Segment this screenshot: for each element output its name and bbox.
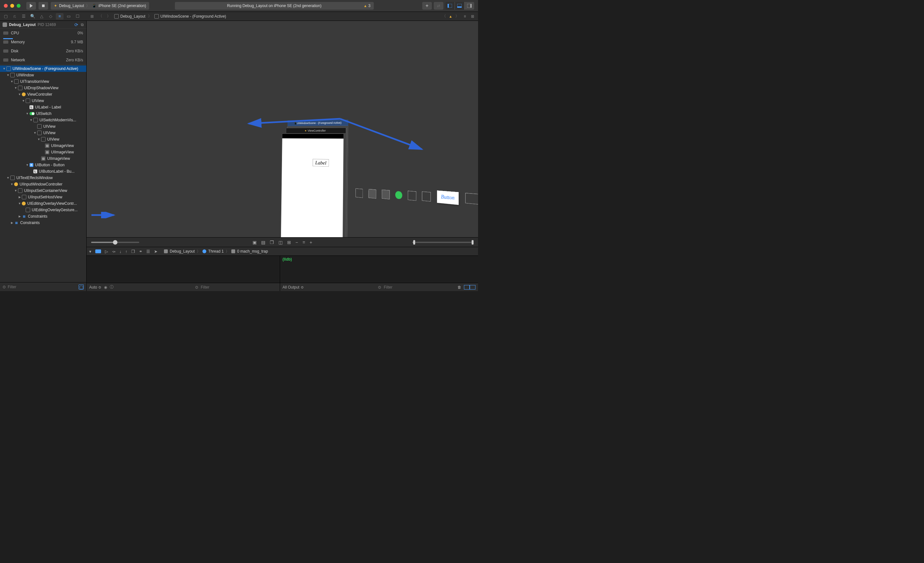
- tree-row[interactable]: ▼UIView: [0, 136, 86, 143]
- zoom-out-icon[interactable]: −: [296, 240, 298, 245]
- orient-2d-icon[interactable]: ◫: [279, 240, 283, 245]
- tree-row[interactable]: LUILabel - Label: [0, 104, 86, 110]
- tree-row[interactable]: ▶UIInputSetHostView: [0, 194, 86, 200]
- disk-gauge[interactable]: Disk Zero KB/s: [0, 47, 86, 56]
- step-out-icon[interactable]: ↑: [126, 249, 128, 254]
- debug-memory-graph-icon[interactable]: ⚭: [139, 249, 142, 254]
- floater-5[interactable]: [408, 191, 417, 201]
- tree-row[interactable]: ▼UISwitch: [0, 110, 86, 117]
- run-button[interactable]: [26, 2, 36, 10]
- constraints-mode-icon[interactable]: ▤: [261, 240, 266, 245]
- view-hierarchy-tree[interactable]: ▼UIWindowScene - (Foreground Active)▼UIW…: [0, 65, 86, 282]
- prev-issue-icon[interactable]: 〈: [441, 14, 447, 19]
- continue-icon[interactable]: ▷: [105, 249, 108, 254]
- console-mode-selector[interactable]: All Output ≎: [283, 285, 304, 290]
- tree-row[interactable]: ▼UITextEffectsWindow: [0, 175, 86, 181]
- step-over-icon[interactable]: ⤼: [112, 249, 116, 254]
- tree-row[interactable]: ▼UIWindowScene - (Foreground Active): [0, 66, 86, 72]
- tree-row[interactable]: ▼UIWindow: [0, 72, 86, 78]
- breakpoints-toggle-icon[interactable]: [95, 249, 101, 253]
- back-button-icon[interactable]: 〈: [98, 14, 103, 19]
- find-navigator-icon[interactable]: 🔍: [29, 13, 37, 20]
- orient-3d-icon[interactable]: ⊞: [287, 240, 291, 245]
- variables-filter-input[interactable]: [201, 285, 277, 290]
- tree-row[interactable]: ▼BUIButton - Button: [0, 162, 86, 168]
- floater-8[interactable]: [465, 193, 478, 205]
- debug-view-hierarchy-icon[interactable]: ❐: [131, 249, 135, 254]
- tree-row[interactable]: ▼UIView: [0, 130, 86, 136]
- environment-overrides-icon[interactable]: ☰: [146, 249, 150, 254]
- clip-mode-icon[interactable]: ▣: [252, 240, 256, 245]
- tree-row[interactable]: ▼UIDropShadowView: [0, 85, 86, 91]
- debug-navigator-icon[interactable]: ≡: [56, 13, 63, 20]
- memory-gauge[interactable]: Memory 9.7 MB: [0, 38, 86, 47]
- layers-icon[interactable]: ❐: [270, 240, 274, 245]
- process-header[interactable]: Debug_Layout PID 12469 ⟳ ⧉: [0, 21, 86, 29]
- issue-navigator-icon[interactable]: △: [38, 13, 45, 20]
- show-variables-toggle[interactable]: [464, 285, 470, 290]
- tree-row[interactable]: ▼UISwitchModernVis...: [0, 117, 86, 123]
- refresh-icon[interactable]: ⟳: [74, 22, 78, 27]
- forward-button-icon[interactable]: 〉: [106, 14, 112, 19]
- close-window-button[interactable]: [4, 4, 8, 8]
- zoom-in-icon[interactable]: +: [310, 240, 312, 245]
- tree-row[interactable]: ▧UIImageView: [0, 143, 86, 149]
- network-gauge[interactable]: Network Zero KB/s: [0, 56, 86, 65]
- source-control-navigator-icon[interactable]: ⎌: [11, 13, 19, 20]
- tree-row[interactable]: UIView: [0, 123, 86, 130]
- console-filter-input[interactable]: [384, 285, 453, 290]
- activity-status[interactable]: Running Debug_Layout on iPhone SE (2nd g…: [175, 2, 374, 10]
- report-navigator-icon[interactable]: ☐: [74, 13, 81, 20]
- spacing-slider[interactable]: [412, 242, 474, 243]
- toggle-right-panel[interactable]: [465, 2, 474, 10]
- symbol-navigator-icon[interactable]: ☰: [20, 13, 28, 20]
- info-icon[interactable]: ⓘ: [110, 284, 114, 290]
- tree-row[interactable]: ▶▦Constraints: [0, 219, 86, 226]
- step-into-icon[interactable]: ↓: [119, 249, 122, 254]
- cpu-gauge[interactable]: CPU 0%: [0, 29, 86, 38]
- breakpoint-navigator-icon[interactable]: ▭: [65, 13, 72, 20]
- device-layer[interactable]: [281, 134, 344, 247]
- floater-1[interactable]: [356, 188, 363, 198]
- breadcrumb-scene[interactable]: UIWindowScene - (Foreground Active): [154, 14, 226, 19]
- add-editor-icon[interactable]: ⊞: [470, 14, 476, 19]
- navigator-filter-input[interactable]: [8, 285, 76, 289]
- tree-row[interactable]: LUIButtonLabel - Bu...: [0, 168, 86, 175]
- zoom-slider[interactable]: [91, 242, 139, 243]
- tree-row[interactable]: ▼UIInputSetContainerView: [0, 188, 86, 194]
- options-icon[interactable]: ⧉: [81, 23, 84, 27]
- scope-icon[interactable]: ◉: [104, 285, 107, 290]
- variables-view[interactable]: Auto ≎ ◉ ⓘ ⊙: [87, 256, 280, 291]
- zoom-actual-icon[interactable]: =: [303, 240, 305, 245]
- test-navigator-icon[interactable]: ◇: [47, 13, 54, 20]
- view-debugger-canvas[interactable]: 📱 UIWindowScene - (Foreground Active) ●V…: [87, 21, 478, 247]
- tree-row[interactable]: ▧UIImageView: [0, 149, 86, 155]
- debug-process-crumbs[interactable]: Debug_Layout 〉 Thread 1 〉 0 mach_msg_tra…: [164, 249, 268, 254]
- project-navigator-icon[interactable]: ▢: [2, 13, 10, 20]
- editor-options-icon[interactable]: ≡: [462, 14, 468, 19]
- zoom-window-button[interactable]: [16, 4, 21, 8]
- tree-row[interactable]: UIEditingOverlayGesture...: [0, 207, 86, 213]
- tree-row[interactable]: ▼ViewController: [0, 91, 86, 98]
- tree-row[interactable]: ▼UITransitionView: [0, 78, 86, 85]
- warning-indicator[interactable]: ▲ 3: [363, 3, 370, 8]
- filter-scope-icon[interactable]: ▢: [79, 284, 84, 290]
- uilabel-layer[interactable]: Label: [312, 159, 329, 167]
- tree-row[interactable]: ▼UIView: [0, 98, 86, 104]
- code-review-button[interactable]: ⇄: [434, 2, 443, 10]
- toggle-bottom-panel[interactable]: [455, 2, 465, 10]
- toggle-left-panel[interactable]: [446, 2, 455, 10]
- minimize-window-button[interactable]: [10, 4, 14, 8]
- related-items-icon[interactable]: ⊞: [89, 14, 95, 19]
- toggle-debug-area-icon[interactable]: ▾: [89, 249, 92, 254]
- clear-console-icon[interactable]: 🗑: [458, 285, 461, 290]
- uiswitch-knob-layer[interactable]: [395, 191, 402, 200]
- tree-row[interactable]: ▼UIEditingOverlayViewContr...: [0, 200, 86, 207]
- show-console-toggle[interactable]: [470, 285, 476, 290]
- tree-row[interactable]: ▧UIImageView: [0, 155, 86, 162]
- floater-6[interactable]: [422, 191, 431, 201]
- variables-mode-selector[interactable]: Auto ≎: [89, 285, 101, 290]
- console-output[interactable]: (lldb) All Output ≎ ⊙ 🗑: [280, 256, 478, 291]
- breadcrumb-app[interactable]: Debug_Layout: [114, 14, 146, 19]
- stop-button[interactable]: [39, 2, 48, 10]
